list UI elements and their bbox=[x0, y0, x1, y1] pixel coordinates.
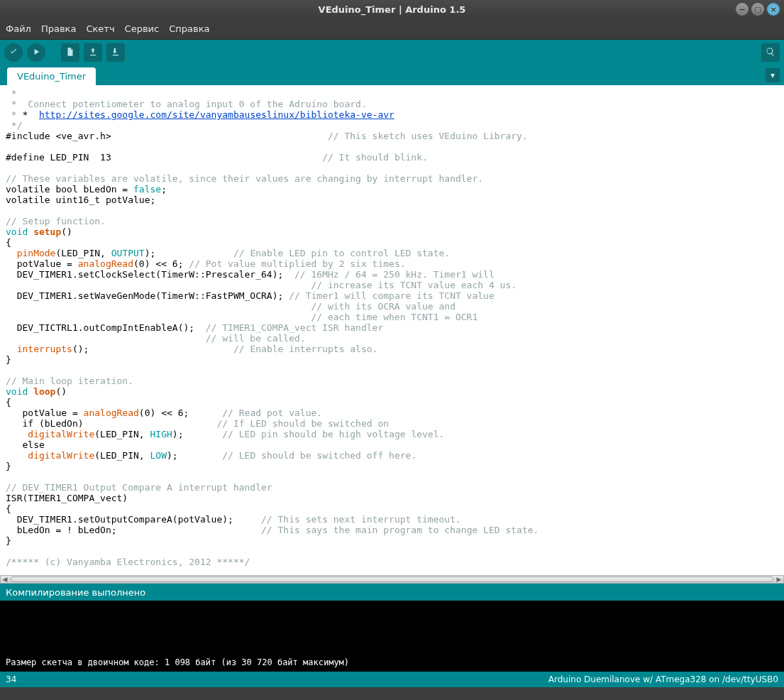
code-keyword: false bbox=[133, 184, 161, 195]
code-text: if (bLedOn) bbox=[6, 418, 84, 429]
code-comment: // TIMER1_COMPA_vect ISR handler bbox=[194, 322, 383, 333]
code-comment: * bbox=[6, 109, 17, 120]
code-function: analogRead bbox=[84, 408, 139, 418]
editor-area: * * Connect potentiometer to analog inpu… bbox=[0, 85, 784, 584]
window-title: VEduino_Timer | Arduino 1.5 bbox=[319, 4, 466, 15]
magnifier-icon bbox=[766, 47, 775, 59]
code-comment: // will be called. bbox=[6, 333, 306, 344]
code-const: HIGH bbox=[150, 429, 172, 439]
code-comment: // 16MHz / 64 = 250 kHz. Timer1 will bbox=[283, 269, 494, 280]
code-text: DEV_TIMER1.setClockSelect(TimerW::Presca… bbox=[6, 269, 283, 280]
code-function: analogRead bbox=[78, 258, 133, 269]
code-text: potValue = bbox=[6, 258, 78, 269]
code-comment: // It should blink. bbox=[322, 152, 428, 163]
code-comment: // DEV_TIMER1 Output Compare A interrupt… bbox=[6, 482, 272, 493]
code-function: pinMode bbox=[17, 248, 56, 258]
editor-scrollbar-horizontal[interactable]: ◀ ▶ bbox=[0, 575, 784, 584]
download-icon bbox=[111, 47, 121, 59]
code-comment: // Pot value multiplied by 2 six times. bbox=[183, 258, 405, 269]
scrollbar-thumb[interactable] bbox=[11, 576, 773, 582]
code-function: interrupts bbox=[17, 344, 72, 354]
menu-bar: Файл Правка Скетч Сервис Справка bbox=[0, 18, 784, 40]
code-text: (0) << 6; bbox=[133, 258, 183, 269]
file-new-icon bbox=[65, 47, 75, 59]
code-comment: // This sets next interrupt timeout. bbox=[233, 514, 461, 525]
code-comment: // This sketch uses VEduino Library. bbox=[328, 131, 528, 141]
code-text: LED_PIN bbox=[100, 450, 139, 461]
tab-menu-button[interactable]: ▾ bbox=[766, 68, 780, 82]
code-comment: * bbox=[6, 88, 17, 99]
code-text: <ve_avr.h> bbox=[55, 131, 111, 141]
code-text: potValue = bbox=[6, 408, 84, 418]
menu-help[interactable]: Справка bbox=[169, 23, 209, 34]
output-console[interactable]: Размер скетча в двоичном коде: 1 098 бай… bbox=[0, 601, 784, 672]
scroll-left-icon[interactable]: ◀ bbox=[1, 576, 9, 583]
compile-status-bar: Компилирование выполнено bbox=[0, 584, 784, 601]
compile-status-text: Компилирование выполнено bbox=[6, 587, 145, 598]
footer-bar: 34 Arduino Duemilanove w/ ATmega328 on /… bbox=[0, 672, 784, 687]
serial-monitor-button[interactable] bbox=[761, 43, 780, 62]
code-text: else bbox=[6, 439, 45, 450]
code-function: setup bbox=[33, 226, 61, 237]
window-titlebar: VEduino_Timer | Arduino 1.5 − ▢ × bbox=[0, 0, 784, 18]
code-text: DEV_TICTRL1.outCompIntEnableA(); bbox=[6, 322, 194, 333]
menu-service[interactable]: Сервис bbox=[125, 23, 160, 34]
code-comment: // Read pot value. bbox=[189, 408, 322, 418]
scroll-right-icon[interactable]: ▶ bbox=[775, 576, 783, 583]
code-editor[interactable]: * * Connect potentiometer to analog inpu… bbox=[0, 85, 784, 575]
code-comment: // Setup function. bbox=[6, 216, 106, 226]
tab-bar: VEduino_Timer ▾ bbox=[0, 65, 784, 85]
code-comment: */ bbox=[6, 120, 22, 131]
code-keyword: void bbox=[6, 386, 28, 397]
code-function: loop bbox=[33, 386, 55, 397]
code-text: #define LED_PIN 13 bbox=[6, 152, 111, 163]
menu-file[interactable]: Файл bbox=[6, 23, 31, 34]
new-sketch-button[interactable] bbox=[61, 43, 79, 62]
code-const: LOW bbox=[150, 450, 167, 461]
code-comment: // Enable LED pin to control LED state. bbox=[233, 248, 450, 258]
upload-button[interactable] bbox=[27, 43, 45, 62]
code-comment: // Main loop iteration. bbox=[6, 376, 133, 386]
code-text: volatile bool bLedOn = bbox=[6, 184, 133, 195]
code-text: volatile uint16_t potValue; bbox=[6, 195, 155, 205]
save-sketch-button[interactable] bbox=[106, 43, 125, 62]
toolbar bbox=[0, 40, 784, 65]
code-text: DEV_TIMER1.setWaveGenMode(TimerW::FastPW… bbox=[6, 290, 283, 301]
doc-link[interactable]: http://sites.google.com/site/vanyambause… bbox=[39, 109, 394, 120]
console-line: Размер скетча в двоичном коде: 1 098 бай… bbox=[6, 657, 349, 667]
chevron-down-icon: ▾ bbox=[771, 70, 775, 80]
upload-icon bbox=[88, 47, 98, 59]
code-text: #include bbox=[6, 131, 55, 141]
menu-edit[interactable]: Правка bbox=[41, 23, 76, 34]
code-keyword: void bbox=[6, 226, 28, 237]
board-port-indicator: Arduino Duemilanove w/ ATmega328 on /dev… bbox=[548, 674, 778, 684]
verify-button[interactable] bbox=[4, 43, 23, 62]
code-text: LED_PIN bbox=[100, 429, 139, 439]
window-close-button[interactable]: × bbox=[767, 3, 780, 16]
code-comment: * Connect potentiometer to analog input … bbox=[6, 99, 367, 109]
code-comment: // increase its TCNT value each 4 us. bbox=[6, 280, 517, 290]
code-comment: // with its OCRA value and bbox=[6, 301, 456, 312]
window-maximize-button[interactable]: ▢ bbox=[751, 3, 764, 16]
open-sketch-button[interactable] bbox=[84, 43, 102, 62]
code-text: ISR(TIMER1_COMPA_vect) bbox=[6, 493, 128, 503]
code-function: digitalWrite bbox=[28, 429, 94, 439]
code-text: bLedOn = ! bLedOn; bbox=[6, 525, 117, 535]
line-number-indicator: 34 bbox=[6, 674, 16, 684]
code-const: OUTPUT bbox=[111, 248, 145, 258]
menu-sketch[interactable]: Скетч bbox=[86, 23, 114, 34]
arrow-right-icon bbox=[31, 47, 41, 59]
check-icon bbox=[9, 47, 18, 59]
code-comment: // each time when TCNT1 = OCR1 bbox=[6, 312, 477, 322]
code-comment: // LED pin should be high voltage level. bbox=[183, 429, 444, 439]
window-minimize-button[interactable]: − bbox=[736, 3, 749, 16]
code-comment: // This says the main program to change … bbox=[117, 525, 539, 535]
code-text: LED_PIN bbox=[61, 248, 100, 258]
code-comment: // If LED should be switched on bbox=[84, 418, 389, 429]
code-text: (0) << 6; bbox=[139, 408, 189, 418]
code-text: DEV_TIMER1.setOutputCompareA(potValue); bbox=[6, 514, 233, 525]
code-comment: /***** (c) Vanyamba Electronics, 2012 **… bbox=[6, 557, 250, 567]
code-comment: // LED should be switched off here. bbox=[178, 450, 417, 461]
tab-active[interactable]: VEduino_Timer bbox=[7, 67, 96, 85]
code-comment: // Timer1 will compare its TCNT value bbox=[283, 290, 494, 301]
